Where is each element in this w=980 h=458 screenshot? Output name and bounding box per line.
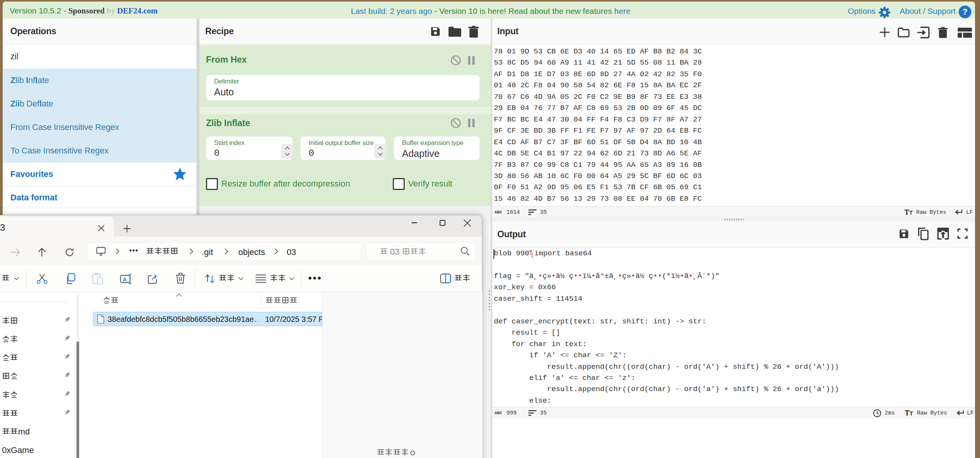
svg-text:?: ? [962, 7, 967, 17]
svg-text:A: A [123, 276, 127, 283]
